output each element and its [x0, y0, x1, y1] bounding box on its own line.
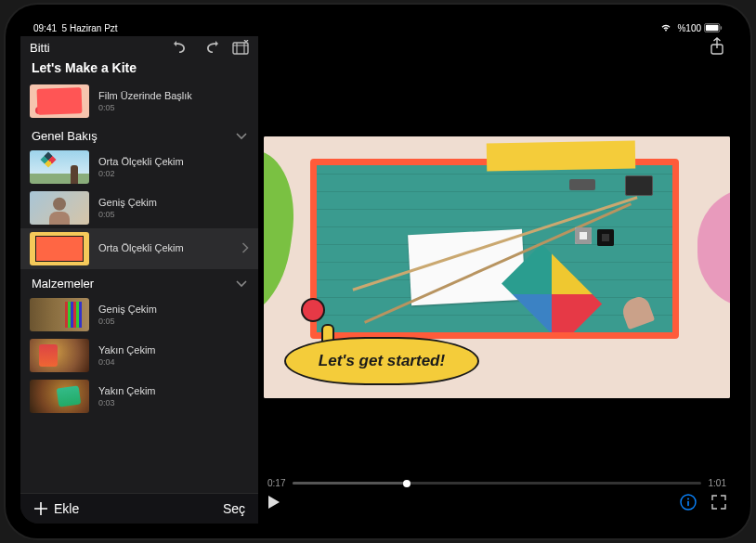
- clip-info: Geniş Çekim 0:05: [98, 304, 249, 326]
- add-button[interactable]: Ekle: [33, 501, 79, 516]
- section-header-overview[interactable]: Genel Bakış: [20, 122, 258, 147]
- clip-duration: 0:03: [98, 398, 249, 407]
- redo-button[interactable]: [202, 41, 219, 54]
- tool-case: [625, 175, 653, 196]
- clip-duration: 0:05: [98, 317, 249, 326]
- svg-rect-3: [233, 43, 248, 54]
- section-title: Malzemeler: [32, 277, 94, 291]
- clip-info: Yakın Çekim 0:03: [98, 385, 249, 407]
- plus-icon: [33, 501, 48, 516]
- tape-roll: [597, 229, 614, 246]
- time-total: 1:01: [709, 478, 726, 488]
- video-area[interactable]: Let's get started!: [258, 60, 736, 474]
- speech-bubble: Let's get started!: [284, 337, 479, 385]
- chevron-right-icon: [241, 240, 249, 257]
- clip-row[interactable]: Geniş Çekim 0:05: [20, 294, 258, 335]
- chevron-down-icon: [236, 277, 247, 291]
- decor-red-dot: [301, 298, 325, 322]
- clip-info: Orta Ölçekli Çekim 0:02: [98, 156, 249, 178]
- expand-icon: [711, 495, 726, 510]
- clip-thumbnail: [30, 191, 89, 225]
- title-clip-row[interactable]: Film Üzerinde Başlık 0:05: [20, 81, 258, 122]
- clip-label: Orta Ölçekli Çekim: [98, 156, 249, 167]
- clip-info: Yakın Çekim 0:04: [98, 344, 249, 367]
- section-header-materials[interactable]: Malzemeler: [20, 269, 258, 294]
- header-icons: [173, 40, 249, 55]
- clip-label: Orta Ölçekli Çekim: [98, 242, 232, 253]
- status-time: 09:41: [33, 23, 57, 33]
- clip-thumbnail: [30, 380, 89, 413]
- clip-list[interactable]: Film Üzerinde Başlık 0:05 Genel Bakış Or…: [20, 81, 258, 493]
- fullscreen-button[interactable]: [711, 495, 726, 513]
- scrubber-fill: [293, 482, 407, 485]
- clip-row[interactable]: Geniş Çekim 0:05: [20, 187, 258, 228]
- timeline: 0:17 1:01: [267, 478, 726, 488]
- clip-info: Film Üzerinde Başlık 0:05: [98, 90, 249, 112]
- playback-controls: 0:17 1:01: [258, 474, 736, 524]
- preview-photo-card: [310, 159, 679, 339]
- chevron-down-icon: [236, 129, 247, 143]
- bubble-text: Let's get started!: [319, 352, 445, 370]
- clip-label: Geniş Çekim: [98, 304, 249, 315]
- clip-row[interactable]: Yakın Çekim 0:04: [20, 335, 258, 376]
- screen: 09:41 5 Haziran Pzt %100 Bitti: [20, 19, 736, 524]
- scissors: [569, 179, 595, 190]
- video-frame: Let's get started!: [264, 136, 730, 398]
- tools-group: [569, 175, 662, 226]
- decor-yellow-tape: [487, 140, 635, 171]
- clip-label: Geniş Çekim: [98, 197, 249, 208]
- battery-pct: %100: [677, 23, 701, 33]
- sidebar-header: Bitti: [20, 36, 258, 57]
- select-button[interactable]: Seç: [223, 501, 245, 516]
- add-label: Ekle: [54, 501, 79, 516]
- clip-row-selected[interactable]: Orta Ölçekli Çekim: [20, 228, 258, 269]
- status-bar: 09:41 5 Haziran Pzt %100: [20, 19, 736, 36]
- clip-thumbnail: [30, 150, 89, 184]
- section-title: Genel Bakış: [32, 129, 98, 143]
- scrubber-playhead[interactable]: [403, 480, 411, 487]
- sidebar-footer: Ekle Seç: [20, 493, 258, 524]
- storyboard-button[interactable]: [232, 40, 249, 55]
- status-left: 09:41 5 Haziran Pzt: [33, 23, 118, 33]
- svg-rect-1: [706, 25, 719, 31]
- preview-pane: Let's get started! 0:17 1:01: [258, 36, 736, 524]
- svg-rect-7: [687, 501, 689, 507]
- main-content: Bitti Let's Make a Kite: [20, 36, 736, 524]
- battery-indicator: %100: [677, 23, 723, 33]
- ipad-frame: 09:41 5 Haziran Pzt %100 Bitti: [6, 5, 750, 538]
- play-button[interactable]: [267, 495, 280, 513]
- clip-label: Yakın Çekim: [98, 344, 249, 356]
- share-icon: [710, 37, 724, 56]
- info-icon: [680, 494, 697, 511]
- control-right: [680, 494, 726, 514]
- control-row: [267, 494, 726, 514]
- undo-button[interactable]: [173, 41, 189, 54]
- play-icon: [267, 495, 280, 510]
- sidebar: Bitti Let's Make a Kite: [20, 36, 258, 524]
- scrubber-track[interactable]: [293, 482, 700, 485]
- share-button[interactable]: [710, 37, 724, 59]
- clip-thumbnail: [30, 84, 89, 118]
- clip-duration: 0:05: [98, 103, 249, 112]
- project-title: Let's Make a Kite: [20, 57, 258, 81]
- clip-row[interactable]: Yakın Çekim 0:03: [20, 376, 258, 417]
- clip-duration: 0:05: [98, 210, 249, 219]
- preview-toolbar: [258, 36, 736, 60]
- clip-duration: 0:04: [98, 357, 249, 367]
- clip-row[interactable]: Orta Ölçekli Çekim 0:02: [20, 147, 258, 187]
- battery-icon: [704, 23, 723, 32]
- status-date: 5 Haziran Pzt: [62, 23, 118, 33]
- tape-roll: [575, 227, 592, 244]
- clip-label: Film Üzerinde Başlık: [98, 90, 249, 101]
- clip-thumbnail: [30, 339, 89, 372]
- svg-rect-2: [721, 26, 722, 30]
- clip-thumbnail: [30, 298, 89, 331]
- clip-thumbnail: [30, 232, 89, 265]
- clip-info: Geniş Çekim 0:05: [98, 197, 249, 219]
- done-button[interactable]: Bitti: [30, 41, 50, 55]
- svg-point-6: [687, 498, 689, 500]
- clip-label: Yakın Çekim: [98, 385, 249, 396]
- info-button[interactable]: [680, 494, 697, 514]
- clip-info: Orta Ölçekli Çekim: [98, 242, 232, 255]
- status-right: %100: [660, 23, 723, 33]
